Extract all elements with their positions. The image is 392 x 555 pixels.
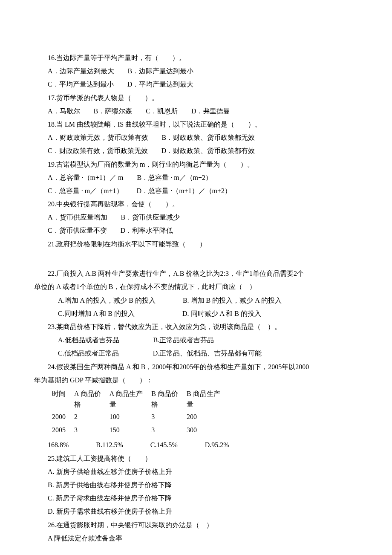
cell-a-price: 2 [70, 410, 105, 423]
q26-option-a: A 降低法定存款准备金率 [34, 532, 358, 545]
table-row: 2005 3 150 3 300 [48, 423, 225, 436]
q26-stem: 26.在通货膨胀时期，中央银行可以采取的办法是（ ） [34, 518, 358, 532]
cell-a-price: 3 [70, 423, 105, 436]
q25-option-d: D. 新房子需求曲线右移并使房子价格上升 [34, 505, 358, 518]
cell-b-price: 3 [147, 410, 182, 423]
q23-options-ab: A.低档品或者吉芬品 B.正常品或者吉芬品 [34, 333, 358, 347]
cell-a-qty: 100 [105, 410, 147, 423]
q20-options-cd: C．货币供应量不变 D．利率水平降低 [34, 224, 358, 237]
q17-stem: 17.货币学派的代表人物是（ ）。 [34, 91, 358, 104]
cell-time: 2005 [48, 423, 70, 436]
q25-stem: 25.建筑工人工资提高将使（ ） [34, 452, 358, 465]
q20-options-ab: A．货币供应量增加 B．货币供应量减少 [34, 211, 358, 224]
cell-b-qty: 200 [182, 410, 225, 423]
q17-options: A．马歇尔 B．萨缪尔森 C．凯恩斯 D．弗里德曼 [34, 104, 358, 118]
q25-option-c: C. 新房子需求曲线左移并使房子价格下降 [34, 491, 358, 505]
cell-time: 2000 [48, 410, 70, 423]
q23-options-cd: C.低档品或者正常品 D.正常品、低档品、吉芬品都有可能 [34, 347, 358, 360]
cell-a-qty: 150 [105, 423, 147, 436]
q18-options-cd: C．财政政策有效，货币政策无效 D．财政政策、货币政策都有效 [34, 144, 358, 157]
q16-options-ab: A．边际产量达到最大 B．边际产量达到最小 [34, 64, 358, 78]
table-row: 2000 2 100 3 200 [48, 410, 225, 423]
q16-options-cd: C．平均产量达到最小 D．平均产量达到最大 [34, 78, 358, 91]
q18-options-ab: A．财政政策无效，货币政策有效 B．财政政策、货币政策都无效 [34, 131, 358, 144]
q19-options-ab: A．总容量 ·（m+1）／ m B．总容量 · m／（m+2） [34, 171, 358, 184]
col-a-qty: A 商品生产量 [105, 388, 147, 410]
q19-options-cd: C．总容量 · m／（m+1） D．总容量 ·（m+1）／（m+2） [34, 184, 358, 197]
col-b-qty: B 商品生产量 [182, 388, 225, 410]
q23-stem: 23.某商品价格下降后，替代效应为正，收入效应为负，说明该商品是（ ）。 [34, 320, 358, 333]
q22-options-ab: A.增加 A 的投入，减少 B 的投入 B. 增加 B 的投入，减少 A 的投入 [34, 294, 358, 307]
q24-stem-line1: 24.假设某国生产两种商品 A 和 B，2000年和2005年的价格和生产量如下… [34, 360, 358, 373]
col-a-price: A 商品价格 [70, 388, 105, 410]
q22-options-cd: C.同时增加 A 和 B 的投入 D. 同时减少 A 和 B 的投入 [34, 307, 358, 320]
cell-b-qty: 300 [182, 423, 225, 436]
spacer [34, 251, 358, 267]
q20-stem: 20.中央银行提高再贴现率，会使（ ）。 [34, 197, 358, 211]
q24-options: 168.8% B.112.5% C.145.5% D.95.2% [34, 438, 358, 451]
col-time: 时间 [48, 388, 70, 410]
q25-option-a: A. 新房子供给曲线左移并使房子价格上升 [34, 465, 358, 478]
q22-stem-line1: 22.厂商投入 A.B 两种生产要素进行生产，A.B 价格之比为2:3，生产1单… [34, 267, 358, 280]
q24-stem-line2: 年为基期的 GDP 平减指数是（ ）： [34, 373, 358, 387]
q21-stem: 21.政府把价格限制在均衡水平以下可能导致（ ） [34, 237, 358, 251]
col-b-price: B 商品价格 [147, 388, 182, 410]
q25-option-b: B. 新房子供给曲线右移并使房子价格下降 [34, 478, 358, 491]
q18-stem: 18.当 LM 曲线较陡峭，IS 曲线较平坦时，以下说法正确的是（ ）。 [34, 118, 358, 131]
table-header-row: 时间 A 商品价格 A 商品生产量 B 商品价格 B 商品生产量 [48, 388, 225, 410]
q16-stem: 16.当边际产量等于平均产量时，有（ ）。 [34, 51, 358, 64]
q22-stem-line2: 单位的 A 或者1个单位的 B，在保持成本不变的情况下，此时厂商应（ ） [34, 280, 358, 293]
q24-table: 时间 A 商品价格 A 商品生产量 B 商品价格 B 商品生产量 2000 2 … [48, 388, 225, 437]
q19-stem: 19.古诺模型认为厂商的数量为 m，则行业的均衡总产量为（ ）。 [34, 158, 358, 171]
cell-b-price: 3 [147, 423, 182, 436]
